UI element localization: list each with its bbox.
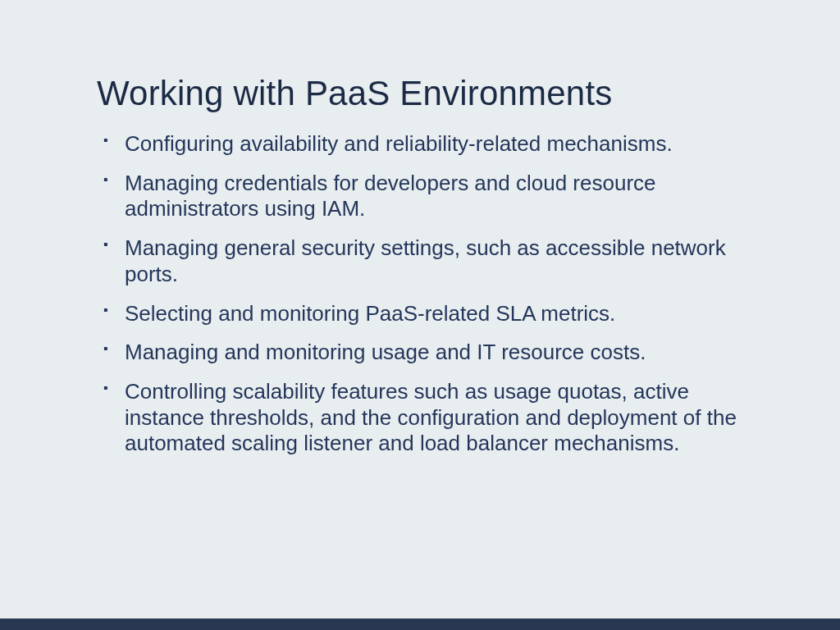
list-item: Controlling scalability features such as… bbox=[102, 379, 750, 457]
list-item: Selecting and monitoring PaaS-related SL… bbox=[102, 301, 750, 327]
bullet-list: Configuring availability and reliability… bbox=[97, 131, 750, 457]
list-item: Managing general security settings, such… bbox=[102, 235, 750, 287]
list-item: Managing credentials for developers and … bbox=[102, 171, 750, 222]
slide-title: Working with PaaS Environments bbox=[97, 74, 750, 113]
list-item: Managing and monitoring usage and IT res… bbox=[102, 340, 750, 366]
slide: Working with PaaS Environments Configuri… bbox=[0, 0, 840, 630]
list-item: Configuring availability and reliability… bbox=[102, 131, 750, 158]
footer-bar bbox=[0, 619, 840, 630]
